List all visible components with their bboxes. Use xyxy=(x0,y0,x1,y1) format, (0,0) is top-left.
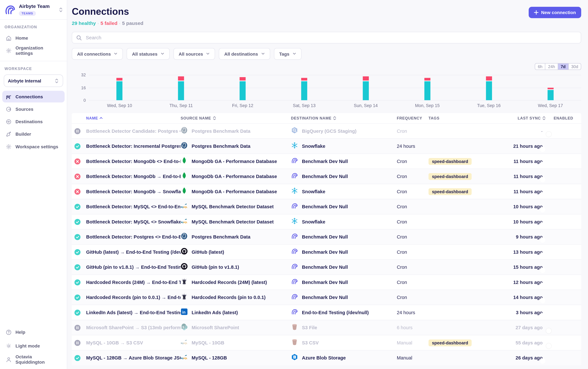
destination-cell[interactable]: BigQuery (GCS Staging) xyxy=(291,127,397,135)
table-row[interactable]: Hardcoded Records (pin to 0.0.1) → End-t… xyxy=(72,290,581,305)
column-header-destination[interactable]: DESTINATION NAME xyxy=(291,116,397,120)
column-header-frequency[interactable]: FREQUENCY xyxy=(397,116,429,120)
source-cell[interactable]: MongoDb GA - Performance Database xyxy=(181,172,291,181)
column-header-tags[interactable]: TAGS xyxy=(429,116,498,120)
connection-name[interactable]: Bottleneck Detector: MongoDb → Snowflake xyxy=(86,189,181,194)
table-row[interactable]: MySQL - 128GB → Azure Blob Storage JSOn … xyxy=(72,350,581,365)
connection-name[interactable]: Bottleneck Detector: Incremental Postgre… xyxy=(86,144,181,149)
destination-cell[interactable]: Benchmark Dev Null xyxy=(291,172,397,181)
source-cell[interactable]: MySQL MySQL - 128GB xyxy=(181,353,291,362)
table-row[interactable]: Bottleneck Detector: Incremental Postgre… xyxy=(72,138,581,154)
destination-cell[interactable]: Snowflake xyxy=(291,217,397,226)
filter-all-sources[interactable]: All sources xyxy=(173,48,215,60)
source-cell[interactable]: Postgres Benchmark Data xyxy=(181,127,291,135)
destination-cell[interactable]: Benchmark Dev Null xyxy=(291,293,397,302)
connection-name[interactable]: Bottleneck Detector: MySQL <> End-to-End… xyxy=(86,204,181,209)
source-cell[interactable]: MongoDb GA - Performance Database xyxy=(181,157,291,165)
range-6h[interactable]: 6h xyxy=(535,63,545,70)
destination-cell[interactable]: S3 File xyxy=(291,323,397,332)
filter-all-connections[interactable]: All connections xyxy=(72,48,123,60)
source-cell[interactable]: Hardcoded Records (24M) (latest) xyxy=(181,278,291,287)
destination-cell[interactable]: Benchmark Dev Null xyxy=(291,233,397,241)
source-cell[interactable]: MySQL MySQL Benchmark Detector Dataset xyxy=(181,202,291,211)
table-row[interactable]: Bottleneck Detector: MongoDb → End-to-En… xyxy=(72,169,581,184)
destination-cell[interactable]: Benchmark Dev Null xyxy=(291,157,397,165)
column-header-enabled[interactable]: ENABLED xyxy=(546,116,581,120)
table-row[interactable]: Microsoft SharePoint → S3 (13mb performa… xyxy=(72,320,581,335)
column-header-last_sync[interactable]: LAST SYNC xyxy=(498,116,546,120)
sidebar-item-octavia-squiddington[interactable]: Octavia Squiddington xyxy=(2,353,65,366)
table-row[interactable]: MySQL - 10GB → S3 CSV MySQL MySQL - 10GB… xyxy=(72,335,581,350)
sidebar-item-connections[interactable]: Connections xyxy=(2,91,65,102)
table-row[interactable]: GitHub (pin to v1.8.1) → End-to-End Test… xyxy=(72,259,581,275)
sidebar-item-light-mode[interactable]: Light mode xyxy=(2,339,65,352)
chart-bar-sat-sep-13[interactable] xyxy=(301,78,307,100)
new-connection-button[interactable]: New connection xyxy=(529,7,581,18)
connection-name[interactable]: MySQL - 128GB → Azure Blob Storage JSOn … xyxy=(86,355,181,361)
connection-name[interactable]: Bottleneck Detector: Postgres <> End-to-… xyxy=(86,234,181,239)
chart-bar-wed-sep-10[interactable] xyxy=(117,78,122,100)
destination-cell[interactable]: 1001 Azure Blob Storage xyxy=(291,353,397,362)
table-row[interactable]: GitHub (latest) → End-to-End Testing (/d… xyxy=(72,244,581,259)
source-cell[interactable]: MySQL MySQL - 10GB xyxy=(181,338,291,347)
sidebar-item-sources[interactable]: Sources xyxy=(2,103,65,115)
table-row[interactable]: Bottleneck Detector: MongoDb → Snowflake… xyxy=(72,184,581,199)
source-cell[interactable]: Postgres Benchmark Data xyxy=(181,142,291,151)
destination-cell[interactable]: End-to-End Testing (/dev/null) xyxy=(291,308,397,317)
sidebar-item-destinations[interactable]: Destinations xyxy=(2,116,65,127)
search-input[interactable] xyxy=(85,34,577,41)
tag-speed-dashboard[interactable]: speed-dashboard xyxy=(429,188,471,195)
connection-name[interactable]: Hardcoded Records (24M) → End-to-End Te.… xyxy=(86,280,181,285)
table-row[interactable]: Hardcoded Records (24M) → End-to-End Te.… xyxy=(72,274,581,290)
column-header-name[interactable]: NAME xyxy=(86,116,181,120)
chart-bar-fri-sep-12[interactable] xyxy=(240,77,246,100)
range-24h[interactable]: 24h xyxy=(545,63,558,70)
tag-speed-dashboard[interactable]: speed-dashboard xyxy=(429,173,471,180)
range-7d[interactable]: 7d xyxy=(558,63,568,70)
connection-name[interactable]: MySQL - 10GB → S3 CSV xyxy=(86,340,181,345)
table-row[interactable]: Bottleneck Detector: MySQL <> End-to-End… xyxy=(72,199,581,214)
connection-name[interactable]: Bottleneck Detector: MongoDb <> End-to-E… xyxy=(86,159,181,164)
filter-tags[interactable]: Tags xyxy=(274,48,302,60)
sidebar-item-workspace-settings[interactable]: Workspace settings xyxy=(2,141,65,152)
range-30d[interactable]: 30d xyxy=(568,63,581,70)
source-cell[interactable]: GitHub (latest) xyxy=(181,247,291,256)
connection-name[interactable]: Bottleneck Detector: MySQL <> Snowflake xyxy=(86,219,181,225)
chart-bar-sun-sep-14[interactable] xyxy=(363,76,369,100)
table-row[interactable]: Bottleneck Detector: Postgres <> End-to-… xyxy=(72,229,581,244)
connection-name[interactable]: GitHub (latest) → End-to-End Testing (/d… xyxy=(86,249,181,255)
table-row[interactable]: Bottleneck Detector Candidate: Postgres … xyxy=(72,123,581,138)
chart-bar-mon-sep-15[interactable] xyxy=(424,78,430,100)
column-header-source[interactable]: SOURCE NAME xyxy=(181,116,291,120)
filter-all-destinations[interactable]: All destinations xyxy=(219,48,270,60)
chart-bar-tue-sep-16[interactable] xyxy=(486,76,492,100)
connection-name[interactable]: GitHub (pin to v1.8.1) → End-to-End Test… xyxy=(86,264,181,270)
connection-name[interactable]: Bottleneck Detector Candidate: Postgres … xyxy=(86,128,181,134)
sidebar-item-help[interactable]: Help xyxy=(2,326,65,338)
sidebar-item-home[interactable]: Home xyxy=(2,32,65,44)
source-cell[interactable]: Postgres Benchmark Data xyxy=(181,233,291,241)
destination-cell[interactable]: Snowflake xyxy=(291,142,397,151)
destination-cell[interactable]: Benchmark Dev Null xyxy=(291,247,397,256)
destination-cell[interactable]: Benchmark Dev Null xyxy=(291,202,397,211)
source-cell[interactable]: Hardcoded Records (pin to 0.0.1) xyxy=(181,293,291,302)
connection-name[interactable]: LinkedIn Ads (latest) → End-to-End Testi… xyxy=(86,310,181,315)
chart-bar-wed-sep-17[interactable] xyxy=(548,87,553,100)
source-cell[interactable]: MongoDb GA - Performance Database xyxy=(181,187,291,196)
sidebar-item-builder[interactable]: Builder xyxy=(2,128,65,140)
table-row[interactable]: LinkedIn Ads (latest) → End-to-End Testi… xyxy=(72,305,581,320)
destination-cell[interactable]: Snowflake xyxy=(291,187,397,196)
workspace-selector[interactable]: Airbyte Internal xyxy=(4,74,63,87)
table-row[interactable]: Bottleneck Detector: MongoDb <> End-to-E… xyxy=(72,154,581,169)
source-cell[interactable]: in LinkedIn Ads (latest) xyxy=(181,308,291,317)
filter-all-statuses[interactable]: All statuses xyxy=(127,48,169,60)
connection-name[interactable]: Bottleneck Detector: MongoDb → End-to-En… xyxy=(86,174,181,179)
destination-cell[interactable]: S3 CSV xyxy=(291,338,397,347)
destination-cell[interactable]: Benchmark Dev Null xyxy=(291,263,397,271)
sidebar-item-organization-settings[interactable]: Organization settings xyxy=(2,45,65,56)
chart-bar-thu-sep-11[interactable] xyxy=(178,76,184,100)
destination-cell[interactable]: Benchmark Dev Null xyxy=(291,278,397,287)
source-cell[interactable]: GitHub (pin to v1.8.1) xyxy=(181,263,291,271)
org-switcher[interactable]: Airbyte Team TEAMS xyxy=(0,0,67,20)
connection-name[interactable]: Microsoft SharePoint → S3 (13mb performa… xyxy=(86,325,181,330)
